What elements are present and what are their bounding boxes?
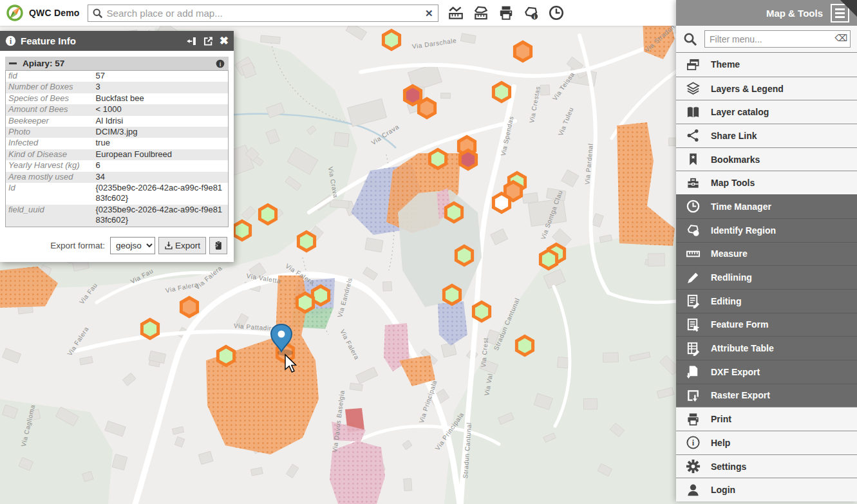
export-row: Export format: geojson Export (5, 237, 229, 254)
apiary-marker-green[interactable] (456, 247, 472, 265)
sidebar-item-share-link[interactable]: Share Link (676, 124, 857, 147)
apiary-marker-green[interactable] (218, 347, 234, 366)
svg-text:i: i (220, 61, 221, 67)
apiary-marker-green[interactable] (298, 232, 314, 251)
apiary-marker-green[interactable] (493, 83, 509, 102)
sidebar-item-label: Settings (711, 462, 746, 472)
apiary-marker-white[interactable] (493, 194, 509, 212)
apiary-marker-green[interactable] (142, 320, 158, 339)
sidebar-item-login[interactable]: Login (676, 478, 857, 501)
attribute-row: Yearly Harvest (kg)6 (6, 160, 229, 171)
copy-to-clipboard-button[interactable] (209, 237, 227, 254)
attribute-value: European Foulbreed (93, 149, 229, 160)
sidebar-item-feature-form[interactable]: Feature Form (676, 313, 857, 337)
sidebar-item-label: Feature Form (711, 319, 768, 330)
sidebar-item-raster-export[interactable]: Raster Export (676, 384, 857, 407)
share-icon (684, 128, 701, 143)
sidebar-item-measure[interactable]: Measure (676, 242, 857, 266)
time-manager-button[interactable] (548, 5, 565, 21)
sidebar-item-editing[interactable]: Editing (676, 289, 857, 313)
apiary-marker-green[interactable] (516, 337, 532, 355)
svg-text:i: i (695, 231, 697, 236)
apiary-marker-orange[interactable] (514, 42, 531, 61)
attribute-name: Area mostly used (6, 172, 93, 183)
sidebar-item-redlining[interactable]: Redlining (676, 265, 857, 289)
feature-header-row[interactable]: Apiary: 57 i (5, 57, 229, 70)
attribute-value: 57 (93, 71, 229, 82)
measure-profile-button[interactable] (447, 5, 464, 21)
sidebar-item-map-tools[interactable]: Map Tools (676, 171, 857, 194)
layers-icon (684, 81, 701, 96)
attribute-row: BeekeeperAl Idrisi (6, 116, 229, 127)
attribute-value: true (93, 138, 229, 149)
attribute-row: Amount of Bees< 1000 (6, 104, 229, 115)
export-button[interactable]: Export (158, 237, 206, 254)
collapse-icon[interactable] (9, 62, 17, 64)
apiary-marker-green[interactable] (446, 203, 462, 222)
measure-area-button[interactable] (473, 5, 489, 21)
apiary-marker-green[interactable] (383, 31, 399, 50)
sidebar-item-layers-legend[interactable]: Layers & Legend (676, 77, 857, 100)
sidebar-item-identify-region[interactable]: iIdentify Region (676, 218, 857, 242)
attribute-name: Photo (6, 127, 93, 138)
identify-icon: i (684, 223, 701, 238)
search-box[interactable]: ✕ (88, 5, 438, 22)
export-format-select[interactable]: geojson (110, 237, 155, 254)
sidebar-item-bookmarks[interactable]: Bookmarks (676, 147, 857, 171)
sidebar-item-label: Identify Region (711, 225, 776, 236)
attribute-row: Number of Boxes3 (6, 82, 229, 93)
apiary-marker-green[interactable] (473, 303, 489, 321)
identify-region-button[interactable]: i (523, 5, 540, 21)
attribute-name: Kind of Disease (6, 149, 93, 160)
detach-window-icon[interactable] (203, 36, 214, 46)
panel-title: Feature Info (21, 35, 180, 46)
sidebar-item-dxf-export[interactable]: DXFDXF Export (676, 360, 857, 384)
feature-info-panel: i Feature Info ✖ Apiary: 57 i fid57Numbe… (0, 31, 234, 262)
dxf-icon: DXF (684, 364, 701, 379)
print-button[interactable] (498, 5, 514, 21)
editing-icon (684, 294, 701, 308)
sidebar-item-time-manager[interactable]: Time Manager (676, 194, 857, 218)
apiary-marker-green[interactable] (312, 286, 328, 305)
feature-title: Apiary: 57 (23, 59, 216, 68)
attribute-table: fid57Number of Boxes3Species of BeesBuck… (5, 70, 229, 227)
dock-icon[interactable] (186, 36, 197, 46)
sidebar-item-label: Help (711, 438, 730, 448)
apiary-marker-orange[interactable] (181, 298, 197, 317)
svg-text:i: i (692, 439, 694, 448)
attribute-value: 6 (93, 160, 229, 171)
apiary-marker-green[interactable] (444, 286, 460, 304)
apiary-marker-orange[interactable] (419, 99, 435, 118)
attribute-name: Beekeeper (6, 116, 93, 127)
apiary-marker-green[interactable] (234, 221, 250, 240)
sidebar-item-theme[interactable]: Theme (676, 53, 857, 77)
apiary-marker-green[interactable] (259, 205, 276, 224)
apiary-marker-green[interactable] (540, 250, 556, 269)
search-input[interactable] (107, 8, 421, 19)
apiary-marker-green[interactable] (297, 294, 313, 312)
export-button-label: Export (175, 241, 200, 250)
sidebar-item-settings[interactable]: Settings (676, 454, 857, 478)
sidebar-item-layer-catalog[interactable]: Layer catalog (676, 100, 857, 124)
filter-clear-icon[interactable]: ⌫ (834, 33, 847, 43)
attribute-value: 34 (93, 172, 229, 183)
attribute-value: {0235be9c-2026-42ac-a99c-f9e8183fc602} (93, 205, 229, 227)
apiary-marker-green[interactable] (429, 150, 446, 169)
filter-menu-input[interactable] (704, 30, 851, 48)
sidebar-item-label: DXF Export (711, 367, 760, 377)
feature-info-icon[interactable]: i (216, 59, 225, 68)
attribute-value: Buckfast bee (93, 93, 229, 104)
attribute-row: Kind of DiseaseEuropean Foulbreed (6, 149, 229, 160)
sidebar-item-label: Login (711, 485, 735, 495)
attribute-value: {0235be9c-2026-42ac-a99c-f9e8183fc602} (93, 183, 229, 205)
sidebar-menu: ThemeLayers & LegendLayer catalogShare L… (676, 53, 857, 501)
sidebar-item-help[interactable]: iHelp (676, 431, 857, 454)
apiary-marker-red[interactable] (404, 86, 420, 105)
sidebar-item-print[interactable]: Print (676, 407, 857, 431)
sidebar-item-attribute-table[interactable]: Attribute Table (676, 336, 857, 360)
search-clear-icon[interactable]: ✕ (425, 8, 433, 19)
apiary-marker-red[interactable] (460, 151, 476, 169)
close-icon[interactable]: ✖ (220, 35, 229, 46)
sidebar-item-label: Redlining (711, 272, 752, 283)
toolbox-icon (684, 176, 701, 191)
